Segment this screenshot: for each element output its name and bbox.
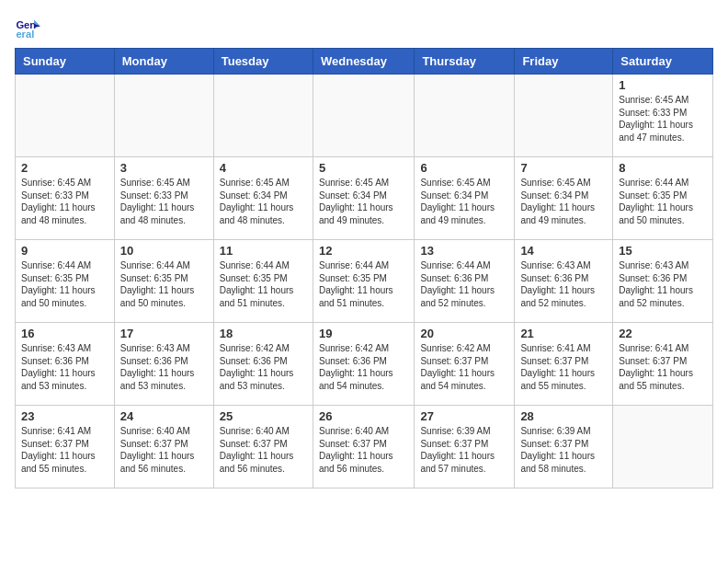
day-number: 17 [120,327,208,340]
calendar-table: SundayMondayTuesdayWednesdayThursdayFrid… [15,48,713,488]
day-number: 20 [420,327,508,340]
calendar-day: 3Sunrise: 6:45 AMSunset: 6:33 PMDaylight… [114,157,213,240]
day-number: 28 [520,409,607,423]
week-row-1: 1Sunrise: 6:45 AMSunset: 6:33 PMDaylight… [16,75,713,157]
day-number: 22 [619,327,707,340]
day-number: 7 [520,161,607,175]
svg-text:eral: eral [16,29,34,40]
day-info: Sunrise: 6:41 AMSunset: 6:37 PMDaylight:… [21,425,108,475]
day-info: Sunrise: 6:39 AMSunset: 6:37 PMDaylight:… [520,425,607,475]
calendar-day: 19Sunrise: 6:42 AMSunset: 6:36 PMDayligh… [313,323,414,406]
calendar-day: 11Sunrise: 6:44 AMSunset: 6:35 PMDayligh… [213,240,313,323]
day-info: Sunrise: 6:43 AMSunset: 6:36 PMDaylight:… [21,342,108,392]
calendar-day [114,75,213,157]
calendar-day: 10Sunrise: 6:44 AMSunset: 6:35 PMDayligh… [114,240,213,323]
day-info: Sunrise: 6:45 AMSunset: 6:33 PMDaylight:… [21,177,108,226]
day-number: 21 [520,327,607,340]
calendar-day: 18Sunrise: 6:42 AMSunset: 6:36 PMDayligh… [213,323,313,406]
calendar-day: 21Sunrise: 6:41 AMSunset: 6:37 PMDayligh… [515,323,613,406]
page-header: Gen eral [15,15,713,40]
calendar-day: 12Sunrise: 6:44 AMSunset: 6:35 PMDayligh… [313,240,414,323]
day-number: 9 [21,244,108,258]
calendar-day [613,406,713,488]
day-info: Sunrise: 6:45 AMSunset: 6:34 PMDaylight:… [220,177,307,226]
day-info: Sunrise: 6:40 AMSunset: 6:37 PMDaylight:… [220,425,307,475]
day-number: 10 [120,244,208,258]
day-info: Sunrise: 6:41 AMSunset: 6:37 PMDaylight:… [520,342,607,392]
day-info: Sunrise: 6:45 AMSunset: 6:34 PMDaylight:… [420,177,508,226]
day-number: 25 [220,409,307,423]
day-number: 23 [21,409,108,423]
calendar-day: 8Sunrise: 6:44 AMSunset: 6:35 PMDaylight… [613,157,713,240]
day-info: Sunrise: 6:45 AMSunset: 6:33 PMDaylight:… [120,177,208,226]
week-row-5: 23Sunrise: 6:41 AMSunset: 6:37 PMDayligh… [16,406,713,488]
calendar-day [515,75,613,157]
calendar-day: 25Sunrise: 6:40 AMSunset: 6:37 PMDayligh… [213,406,313,488]
day-info: Sunrise: 6:43 AMSunset: 6:36 PMDaylight:… [120,342,208,392]
calendar-day: 1Sunrise: 6:45 AMSunset: 6:33 PMDaylight… [613,75,713,157]
day-info: Sunrise: 6:44 AMSunset: 6:35 PMDaylight:… [619,177,707,226]
weekday-header-friday: Friday [515,49,613,75]
day-info: Sunrise: 6:45 AMSunset: 6:34 PMDaylight:… [319,177,408,226]
day-number: 11 [220,244,307,258]
day-info: Sunrise: 6:44 AMSunset: 6:35 PMDaylight:… [21,259,108,309]
day-number: 12 [319,244,408,258]
day-number: 24 [120,409,208,423]
day-number: 8 [619,161,707,175]
day-info: Sunrise: 6:40 AMSunset: 6:37 PMDaylight:… [120,425,208,475]
calendar-day: 24Sunrise: 6:40 AMSunset: 6:37 PMDayligh… [114,406,213,488]
day-info: Sunrise: 6:42 AMSunset: 6:37 PMDaylight:… [420,342,508,392]
day-number: 19 [319,327,408,340]
calendar-day: 14Sunrise: 6:43 AMSunset: 6:36 PMDayligh… [515,240,613,323]
day-info: Sunrise: 6:44 AMSunset: 6:35 PMDaylight:… [220,259,307,309]
calendar-day: 20Sunrise: 6:42 AMSunset: 6:37 PMDayligh… [415,323,515,406]
calendar-day: 28Sunrise: 6:39 AMSunset: 6:37 PMDayligh… [515,406,613,488]
calendar-day: 16Sunrise: 6:43 AMSunset: 6:36 PMDayligh… [16,323,115,406]
day-number: 2 [21,161,108,175]
calendar-day [16,75,115,157]
week-row-3: 9Sunrise: 6:44 AMSunset: 6:35 PMDaylight… [16,240,713,323]
weekday-header-sunday: Sunday [16,49,115,75]
week-row-2: 2Sunrise: 6:45 AMSunset: 6:33 PMDaylight… [16,157,713,240]
logo-icon: Gen eral [15,15,40,40]
day-number: 5 [319,161,408,175]
day-info: Sunrise: 6:43 AMSunset: 6:36 PMDaylight:… [619,259,707,309]
calendar-day: 22Sunrise: 6:41 AMSunset: 6:37 PMDayligh… [613,323,713,406]
calendar-day [213,75,313,157]
weekday-header-monday: Monday [114,49,213,75]
day-info: Sunrise: 6:40 AMSunset: 6:37 PMDaylight:… [319,425,408,475]
day-info: Sunrise: 6:42 AMSunset: 6:36 PMDaylight:… [319,342,408,392]
day-info: Sunrise: 6:42 AMSunset: 6:36 PMDaylight:… [220,342,307,392]
day-info: Sunrise: 6:39 AMSunset: 6:37 PMDaylight:… [420,425,508,475]
day-number: 6 [420,161,508,175]
day-number: 18 [220,327,307,340]
day-info: Sunrise: 6:43 AMSunset: 6:36 PMDaylight:… [520,259,607,309]
calendar-day: 26Sunrise: 6:40 AMSunset: 6:37 PMDayligh… [313,406,414,488]
logo: Gen eral [15,15,42,40]
calendar-day [415,75,515,157]
day-number: 4 [220,161,307,175]
weekday-header-row: SundayMondayTuesdayWednesdayThursdayFrid… [16,49,713,75]
calendar-day: 4Sunrise: 6:45 AMSunset: 6:34 PMDaylight… [213,157,313,240]
day-number: 15 [619,244,707,258]
day-number: 3 [120,161,208,175]
calendar-day: 2Sunrise: 6:45 AMSunset: 6:33 PMDaylight… [16,157,115,240]
calendar-day: 13Sunrise: 6:44 AMSunset: 6:36 PMDayligh… [415,240,515,323]
calendar-day: 6Sunrise: 6:45 AMSunset: 6:34 PMDaylight… [415,157,515,240]
calendar-day: 5Sunrise: 6:45 AMSunset: 6:34 PMDaylight… [313,157,414,240]
day-info: Sunrise: 6:41 AMSunset: 6:37 PMDaylight:… [619,342,707,392]
calendar-day: 27Sunrise: 6:39 AMSunset: 6:37 PMDayligh… [415,406,515,488]
calendar-day: 9Sunrise: 6:44 AMSunset: 6:35 PMDaylight… [16,240,115,323]
week-row-4: 16Sunrise: 6:43 AMSunset: 6:36 PMDayligh… [16,323,713,406]
calendar-day: 17Sunrise: 6:43 AMSunset: 6:36 PMDayligh… [114,323,213,406]
weekday-header-wednesday: Wednesday [313,49,414,75]
calendar-day [313,75,414,157]
day-info: Sunrise: 6:44 AMSunset: 6:36 PMDaylight:… [420,259,508,309]
day-info: Sunrise: 6:45 AMSunset: 6:34 PMDaylight:… [520,177,607,226]
weekday-header-tuesday: Tuesday [213,49,313,75]
calendar-day: 15Sunrise: 6:43 AMSunset: 6:36 PMDayligh… [613,240,713,323]
calendar-day: 23Sunrise: 6:41 AMSunset: 6:37 PMDayligh… [16,406,115,488]
day-number: 13 [420,244,508,258]
weekday-header-saturday: Saturday [613,49,713,75]
day-number: 1 [619,78,707,92]
